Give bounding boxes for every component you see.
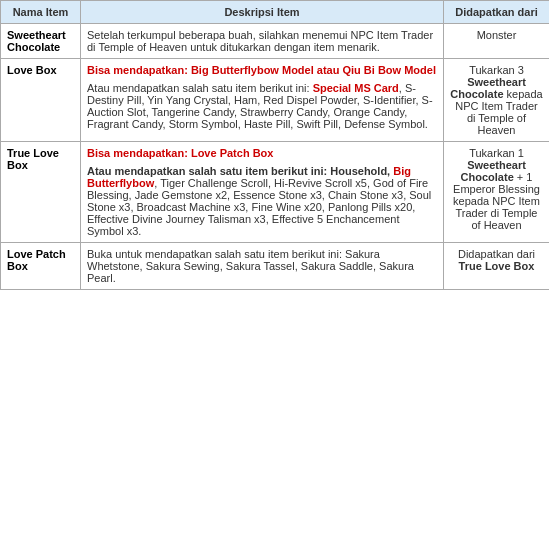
header-name: Nama Item	[1, 1, 81, 24]
item-source-sweetheart-chocolate: Monster	[444, 24, 550, 59]
table-row: Love BoxBisa mendapatkan: Big Butterflyb…	[1, 59, 550, 142]
item-source-true-love-box: Tukarkan 1 Sweetheart Chocolate + 1 Empe…	[444, 142, 550, 243]
table-row: True Love BoxBisa mendapatkan: Love Patc…	[1, 142, 550, 243]
item-desc-love-box: Bisa mendapatkan: Big Butterflybow Model…	[81, 59, 444, 142]
item-desc-love-patch-box: Buka untuk mendapatkan salah satu item b…	[81, 243, 444, 290]
header-source: Didapatkan dari	[444, 1, 550, 24]
item-name-sweetheart-chocolate: SweetheartChocolate	[1, 24, 81, 59]
item-table: Nama Item Deskripsi Item Didapatkan dari…	[0, 0, 549, 290]
table-row: SweetheartChocolateSetelah terkumpul beb…	[1, 24, 550, 59]
item-name-love-patch-box: Love Patch Box	[1, 243, 81, 290]
item-desc-sweetheart-chocolate: Setelah terkumpul beberapa buah, silahka…	[81, 24, 444, 59]
item-source-love-box: Tukarkan 3 Sweetheart Chocolate kepada N…	[444, 59, 550, 142]
table-row: Love Patch BoxBuka untuk mendapatkan sal…	[1, 243, 550, 290]
header-desc: Deskripsi Item	[81, 1, 444, 24]
item-name-love-box: Love Box	[1, 59, 81, 142]
item-name-true-love-box: True Love Box	[1, 142, 81, 243]
item-desc-true-love-box: Bisa mendapatkan: Love Patch BoxAtau men…	[81, 142, 444, 243]
item-source-love-patch-box: Didapatkan dari True Love Box	[444, 243, 550, 290]
